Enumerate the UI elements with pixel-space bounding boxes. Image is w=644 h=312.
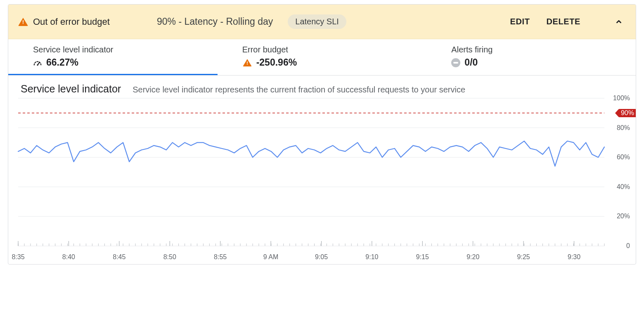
x-tick-label: 9:05 [315,253,328,261]
x-tick-label: 8:55 [214,253,227,261]
chart-x-axis: 8:358:408:458:508:559 AM9:059:109:159:20… [16,252,607,264]
threshold-marker: 90% [618,109,636,117]
y-tick-label: 40% [617,183,630,191]
warning-icon [18,18,28,26]
metric-value: 0/0 [464,57,478,68]
x-tick-label: 8:40 [62,253,75,261]
tab-sli[interactable]: Service level indicator 66.27% [8,39,218,75]
metrics-row: Service level indicator 66.27% Error bud… [8,39,636,76]
x-tick-label: 9:15 [416,253,429,261]
y-tick-label: 0 [626,242,630,250]
tab-alerts[interactable]: Alerts firing 0/0 [426,39,636,75]
slo-title: 90% - Latency - Rolling day [157,16,273,27]
chart-subtitle: Service level indicator represents the c… [133,85,465,95]
collapse-toggle[interactable] [613,17,624,27]
sli-chip[interactable]: Latency SLI [288,14,346,29]
y-tick-label: 100% [613,95,630,102]
status-banner: Out of error budget 90% - Latency - Roll… [8,5,636,39]
chart-title: Service level indicator [21,83,121,95]
chevron-up-icon [614,17,623,26]
x-tick-label: 8:45 [113,253,125,261]
minus-circle-icon [451,58,460,67]
status-text: Out of error budget [33,17,110,27]
x-tick-label: 9:10 [365,253,378,261]
y-tick-label: 80% [617,124,630,132]
svg-point-1 [37,64,38,65]
metric-label: Service level indicator [33,45,208,54]
chart-header: Service level indicator Service level in… [8,76,636,97]
metric-label: Alerts firing [451,45,627,54]
tab-error-budget[interactable]: Error budget -250.96% [218,39,427,75]
banner-actions: EDIT DELETE [510,17,624,27]
warning-icon [243,59,252,66]
x-tick-label: 9:20 [466,253,479,261]
metric-label: Error budget [242,45,418,54]
x-tick-label: 8:35 [12,253,24,261]
gauge-icon [33,59,42,66]
chart-area: 020%40%60%80%100%90% [8,97,636,252]
x-tick-label: 9:30 [568,253,580,261]
status-block: Out of error budget [18,17,146,27]
edit-button[interactable]: EDIT [510,17,530,26]
metric-value: 66.27% [46,57,78,68]
metric-value: -250.96% [256,57,297,68]
y-tick-label: 60% [617,154,630,161]
sli-line-chart [16,97,607,248]
delete-button[interactable]: DELETE [547,17,581,26]
x-tick-label: 8:50 [163,253,176,261]
x-tick-label: 9:25 [517,253,530,261]
x-tick-label: 9 AM [263,253,278,261]
y-tick-label: 20% [617,213,630,220]
slo-card: Out of error budget 90% - Latency - Roll… [8,4,636,265]
